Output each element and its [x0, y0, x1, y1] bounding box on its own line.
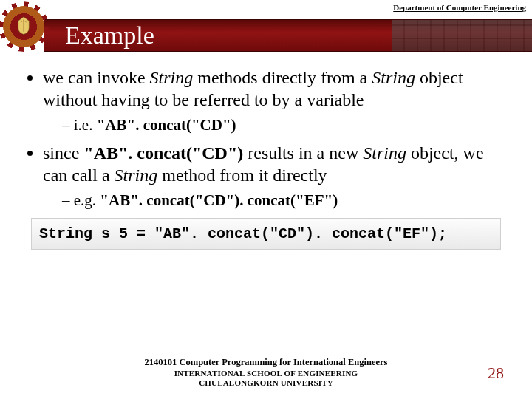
sub-bullet-1: i.e. "AB". concat("CD") — [62, 115, 511, 134]
footer-line-3: CHULALONGKORN UNIVERSITY — [0, 378, 532, 389]
title-banner: Example — [0, 13, 532, 52]
bullet-1: we can invoke String methods directly fr… — [43, 66, 511, 134]
slide-title: Example — [65, 21, 154, 50]
title-bar: Example — [44, 19, 532, 52]
sub-bullet-2: e.g. "AB". concat("CD"). concat("EF") — [62, 191, 511, 210]
footer-line-1: 2140101 Computer Programming for Interna… — [0, 357, 532, 369]
bullet-2: since "AB". concat("CD") results in a ne… — [43, 142, 511, 210]
slide-header: Department of Computer Engineering Examp… — [0, 0, 532, 52]
slide-footer: 2140101 Computer Programming for Interna… — [0, 357, 532, 389]
page-number: 28 — [488, 364, 504, 383]
slide-body: we can invoke String methods directly fr… — [0, 52, 532, 399]
gear-logo-icon — [3, 6, 50, 53]
department-label: Department of Computer Engineering — [393, 3, 526, 12]
footer-line-2: INTERNATIONAL SCHOOL OF ENGINEERING — [0, 369, 532, 379]
code-example: String s 5 = "AB". concat("CD"). concat(… — [31, 218, 501, 250]
